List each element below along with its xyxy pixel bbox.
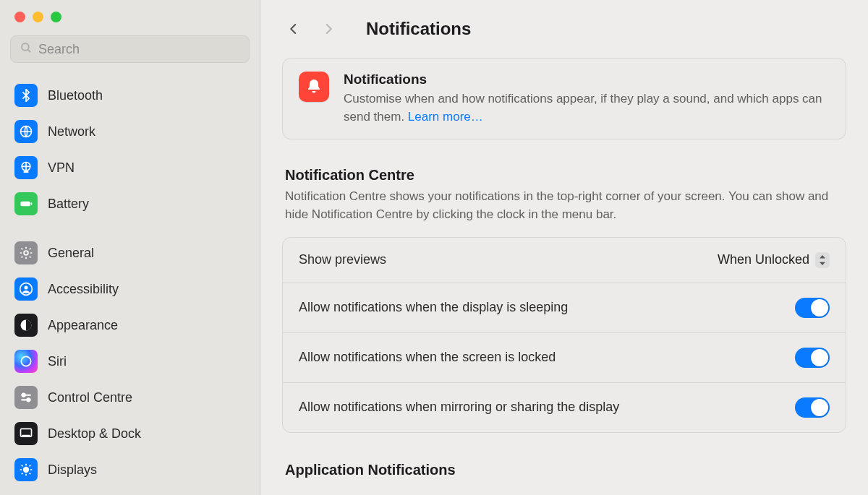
notification-centre-desc: Notification Centre shows your notificat… <box>285 188 843 223</box>
forward-button[interactable] <box>318 19 339 39</box>
zoom-window-button[interactable] <box>51 12 61 22</box>
window-controls <box>0 12 260 35</box>
contrast-icon <box>14 314 38 337</box>
sidebar-item-siri[interactable]: Siri <box>0 343 260 379</box>
person-icon <box>14 277 38 301</box>
globe-lock-icon <box>14 156 38 179</box>
dock-icon <box>14 422 38 445</box>
bluetooth-icon <box>14 84 38 107</box>
back-button[interactable] <box>284 19 304 39</box>
row-allow-mirroring: Allow notifications when mirroring or sh… <box>283 383 846 432</box>
siri-icon <box>14 350 38 373</box>
application-notifications-heading: Application Notifications <box>285 462 843 478</box>
sidebar-item-network[interactable]: Network <box>0 113 260 150</box>
svg-point-12 <box>22 394 25 397</box>
sidebar-item-controlcentre[interactable]: Control Centre <box>0 379 260 416</box>
settings-card: Show previews When Unlocked Allow notifi… <box>282 237 846 433</box>
switches-icon <box>14 386 38 409</box>
sidebar-item-label: Accessibility <box>48 282 119 297</box>
row-allow-sleeping: Allow notifications when the display is … <box>283 283 846 333</box>
row-show-previews: Show previews When Unlocked <box>283 238 846 283</box>
allow-mirroring-toggle[interactable] <box>795 397 830 418</box>
svg-rect-4 <box>21 202 30 207</box>
svg-point-8 <box>25 285 28 289</box>
show-previews-label: Show previews <box>299 252 386 267</box>
updown-icon <box>815 252 830 268</box>
svg-point-10 <box>21 356 30 366</box>
page-title: Notifications <box>366 19 471 39</box>
learn-more-link[interactable]: Learn more… <box>408 110 483 124</box>
battery-icon <box>14 192 38 215</box>
sidebar: BluetoothNetworkVPNBattery GeneralAccess… <box>0 0 260 495</box>
sidebar-item-vpn[interactable]: VPN <box>0 150 260 186</box>
sidebar-item-label: Siri <box>48 354 67 369</box>
sidebar-item-label: Desktop & Dock <box>48 426 141 442</box>
sidebar-item-label: Battery <box>48 197 89 212</box>
intro-body: Customise when and how notifications app… <box>344 90 830 126</box>
svg-point-17 <box>24 468 29 473</box>
sidebar-item-label: Bluetooth <box>48 88 103 103</box>
svg-line-1 <box>27 49 30 52</box>
sidebar-item-general[interactable]: General <box>0 235 260 271</box>
globe-icon <box>14 120 38 143</box>
close-window-button[interactable] <box>14 12 25 22</box>
bell-icon <box>299 72 329 102</box>
intro-heading: Notifications <box>344 72 830 87</box>
row-allow-locked: Allow notifications when the screen is l… <box>283 333 846 383</box>
allow-mirroring-label: Allow notifications when mirroring or sh… <box>299 400 619 415</box>
sidebar-item-label: General <box>48 246 94 261</box>
sidebar-item-label: Displays <box>48 462 97 478</box>
svg-rect-5 <box>31 202 33 205</box>
svg-point-0 <box>22 43 29 51</box>
header: Notifications <box>282 13 846 58</box>
sidebar-item-label: Network <box>48 124 95 139</box>
sidebar-item-displays[interactable]: Displays <box>0 452 260 488</box>
sidebar-list: BluetoothNetworkVPNBattery GeneralAccess… <box>0 73 260 495</box>
sidebar-item-desktopdock[interactable]: Desktop & Dock <box>0 416 260 452</box>
sidebar-item-label: Control Centre <box>48 390 132 405</box>
minimize-window-button[interactable] <box>33 12 43 22</box>
allow-locked-label: Allow notifications when the screen is l… <box>299 350 556 365</box>
sun-icon <box>14 458 38 481</box>
svg-point-14 <box>27 398 30 401</box>
show-previews-select[interactable]: When Unlocked <box>718 252 830 268</box>
sidebar-item-battery[interactable]: Battery <box>0 186 260 222</box>
sidebar-item-label: VPN <box>48 160 75 176</box>
main-content: Notifications Notifications Customise wh… <box>260 0 868 495</box>
search-field[interactable] <box>10 35 250 63</box>
allow-sleeping-toggle[interactable] <box>795 298 830 318</box>
svg-point-6 <box>24 251 28 255</box>
search-icon <box>20 41 33 58</box>
allow-locked-toggle[interactable] <box>795 348 830 368</box>
show-previews-value: When Unlocked <box>718 252 809 267</box>
sidebar-item-accessibility[interactable]: Accessibility <box>0 271 260 307</box>
intro-card: Notifications Customise when and how not… <box>282 58 846 139</box>
search-input[interactable] <box>38 42 240 57</box>
sidebar-item-label: Appearance <box>48 318 118 333</box>
allow-sleeping-label: Allow notifications when the display is … <box>299 300 568 315</box>
notification-centre-heading: Notification Centre <box>285 167 843 184</box>
svg-rect-16 <box>22 435 30 436</box>
gear-icon <box>14 241 38 264</box>
sidebar-item-bluetooth[interactable]: Bluetooth <box>0 77 260 113</box>
sidebar-item-appearance[interactable]: Appearance <box>0 307 260 343</box>
